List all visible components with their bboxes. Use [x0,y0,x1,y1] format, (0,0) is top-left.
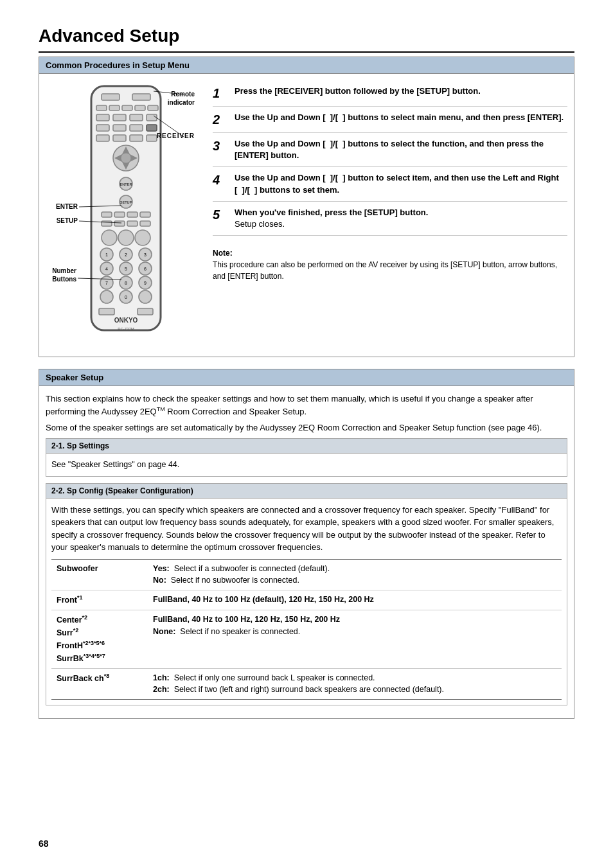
table-row-center: Center*2 Surr*2 FrontH*2*3*5*6 SurrBk*3*… [51,610,562,668]
label-front: Front*1 [51,590,148,610]
step-1: 1 Press the [RECEIVER] button followed b… [213,80,567,107]
page-number: 68 [39,838,49,849]
step-5: 5 When you've finished, press the [SETUP… [213,202,567,236]
svg-rect-10 [130,114,143,121]
remote-control-image: ENTER SETUP [81,84,171,341]
svg-rect-16 [96,135,109,141]
note-text: This procedure can also be performed on … [213,260,557,281]
svg-text:Buttons: Buttons [52,276,76,283]
speaker-setup-intro1: This section explains how to check the s… [46,393,567,418]
svg-text:9: 9 [144,281,147,285]
svg-text:SETUP: SETUP [120,200,132,204]
svg-rect-30 [102,212,112,217]
label-subwoofer: Subwoofer [51,559,148,590]
svg-rect-34 [102,221,112,226]
svg-rect-8 [96,114,109,121]
step-2: 2 Use the Up and Down [ ]/[ ] buttons to… [213,107,567,133]
svg-text:4: 4 [105,267,108,271]
svg-rect-19 [147,135,157,141]
svg-rect-2 [132,94,150,100]
svg-point-59 [100,290,113,303]
svg-rect-6 [135,105,145,111]
step-number-5: 5 [213,207,227,222]
speaker-setup-content: This section explains how to check the s… [39,386,574,718]
svg-text:3: 3 [144,252,147,257]
svg-text:indicator: indicator [168,99,195,106]
table-row-subwoofer: Subwoofer Yes: Select if a subwoofer is … [51,559,562,590]
svg-rect-35 [114,221,125,226]
setup-label: SETUP [57,217,78,224]
svg-rect-7 [148,105,158,111]
svg-rect-64 [138,308,153,315]
svg-text:0: 0 [125,295,127,299]
svg-rect-9 [113,114,126,121]
number-buttons-label: Number [52,267,76,274]
common-procedures-section: Common Procedures in Setup Menu [39,57,574,357]
svg-text:5: 5 [125,267,127,271]
svg-rect-33 [140,212,150,217]
label-center-group: Center*2 Surr*2 FrontH*2*3*5*6 SurrBk*3*… [51,610,148,668]
step-text-5: When you've finished, press the [SETUP] … [235,207,428,230]
step-text-3: Use the Up and Down [ ]/[ ] buttons to s… [235,138,567,161]
subsection-2-2-header: 2-2. Sp Config (Speaker Configuration) [46,484,567,499]
svg-point-62 [139,290,152,303]
page-title: Advanced Setup [39,26,574,53]
speaker-setup-intro2: Some of the speaker settings are set aut… [46,421,567,434]
note-area: Note: This procedure can also be perform… [213,242,567,282]
step-number-1: 1 [213,85,227,101]
value-subwoofer: Yes: Select if a subwoofer is connected … [148,559,562,590]
svg-text:ENTER: ENTER [120,182,132,186]
svg-rect-14 [130,125,143,131]
step-number-2: 2 [213,112,227,127]
svg-point-25 [121,153,131,163]
subsection-2-1-content: See "Speaker Settings" on page 44. [46,454,567,476]
svg-text:7: 7 [105,281,108,285]
svg-rect-12 [96,125,109,131]
label-surrback: SurrBack ch*8 [51,668,148,700]
svg-rect-63 [99,308,114,315]
svg-rect-15 [147,125,157,131]
speaker-setup-header: Speaker Setup [39,369,574,386]
svg-rect-5 [122,105,132,111]
subsection-2-1: 2-1. Sp Settings See "Speaker Settings" … [46,438,567,477]
svg-rect-4 [109,105,120,111]
common-procedures-content: ENTER SETUP [39,74,574,357]
svg-rect-11 [147,114,157,121]
step-text-1: Press the [RECEIVER] button followed by … [235,85,481,97]
subsection-2-2: 2-2. Sp Config (Speaker Configuration) W… [46,483,567,706]
note-label: Note: [213,249,233,258]
svg-point-38 [102,230,117,245]
sp-config-description: With these settings, you can specify whi… [51,504,562,554]
svg-text:8: 8 [125,281,127,285]
step-number-4: 4 [213,172,227,188]
svg-text:2: 2 [125,252,127,257]
remote-indicator-label: Remote [171,91,195,98]
common-procedures-header: Common Procedures in Setup Menu [39,57,574,74]
sp-config-table: Subwoofer Yes: Select if a subwoofer is … [51,559,562,700]
svg-text:1: 1 [105,252,108,257]
subsection-2-1-header: 2-1. Sp Settings [46,439,567,454]
svg-rect-17 [113,135,126,141]
steps-area: 1 Press the [RECEIVER] button followed b… [213,80,567,350]
speaker-setup-section: Speaker Setup This section explains how … [39,369,574,719]
svg-rect-37 [140,221,150,226]
value-center-group: FullBand, 40 Hz to 100 Hz, 120 Hz, 150 H… [148,610,562,668]
svg-rect-13 [113,125,126,131]
table-row-surrback: SurrBack ch*8 1ch: Select if only one su… [51,668,562,700]
value-surrback: 1ch: Select if only one surround back L … [148,668,562,700]
enter-label: ENTER [56,203,78,210]
subsection-2-2-content: With these settings, you can specify whi… [46,499,567,705]
svg-point-39 [118,230,134,245]
svg-rect-1 [102,94,120,100]
step-4: 4 Use the Up and Down [ ]/[ ] button to … [213,167,567,201]
svg-rect-18 [130,135,143,141]
svg-point-40 [135,230,150,245]
step-number-3: 3 [213,138,227,154]
step-text-4: Use the Up and Down [ ]/[ ] button to se… [235,172,567,195]
table-row-front: Front*1 FullBand, 40 Hz to 100 Hz (defau… [51,590,562,610]
svg-text:ONKYO: ONKYO [114,317,138,324]
svg-rect-32 [127,212,138,217]
value-front: FullBand, 40 Hz to 100 Hz (default), 120… [148,590,562,610]
remote-diagram: ENTER SETUP [46,80,200,350]
svg-text:6: 6 [144,267,147,271]
